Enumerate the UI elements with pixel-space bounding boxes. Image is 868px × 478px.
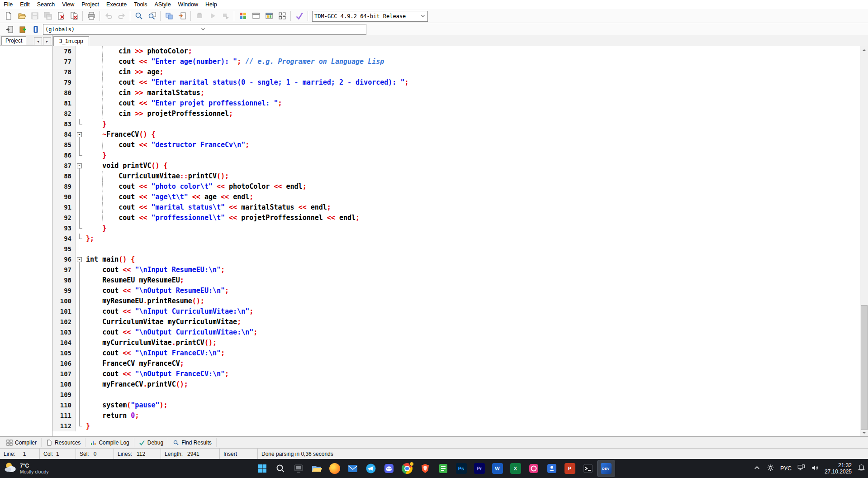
word-icon[interactable]: W bbox=[489, 460, 507, 477]
scroll-left-icon[interactable]: ◂ bbox=[34, 37, 42, 45]
new-file-button[interactable] bbox=[2, 10, 15, 22]
code-line[interactable]: 101 cout << "\nInput CurriculumVitae:\n"… bbox=[52, 306, 868, 317]
globals-select[interactable]: (globals) bbox=[43, 24, 208, 35]
fold-marker[interactable] bbox=[76, 254, 83, 265]
chrome-icon[interactable] bbox=[398, 460, 416, 477]
telegram-icon[interactable] bbox=[362, 460, 380, 477]
rebuild-button[interactable] bbox=[219, 10, 232, 22]
notes-icon[interactable] bbox=[434, 460, 452, 477]
syntax-check-button[interactable] bbox=[293, 10, 306, 22]
report-tab-compile-log[interactable]: Compile Log bbox=[85, 438, 134, 447]
close-all-button[interactable] bbox=[67, 10, 81, 22]
menu-item-window[interactable]: Window bbox=[175, 0, 202, 9]
swap-header-button[interactable] bbox=[162, 10, 175, 22]
members-select[interactable] bbox=[206, 24, 366, 35]
report-tab-resources[interactable]: Resources bbox=[42, 438, 85, 447]
menu-item-search[interactable]: Search bbox=[33, 0, 59, 9]
code-line[interactable]: 88 CurriculumVitae::printCV(); bbox=[52, 171, 868, 182]
report-tab-compiler[interactable]: Compiler bbox=[2, 438, 42, 447]
scroll-right-icon[interactable]: ▸ bbox=[43, 37, 51, 45]
code-line[interactable]: 98 ResumeEU myResumeEU; bbox=[52, 275, 868, 286]
undo-button[interactable] bbox=[102, 10, 115, 22]
project-window-button[interactable] bbox=[249, 10, 262, 22]
code-line[interactable]: 100 myResumeEU.printResume(); bbox=[52, 296, 868, 306]
code-line[interactable]: 78 cin >> age; bbox=[52, 67, 868, 77]
code-line[interactable]: 109 bbox=[52, 390, 868, 400]
report-tab-debug[interactable]: Debug bbox=[134, 438, 168, 447]
menu-item-view[interactable]: View bbox=[58, 0, 78, 9]
code-line[interactable]: 107 cout << "\nOutput FranceCV:\n"; bbox=[52, 369, 868, 379]
menu-item-tools[interactable]: Tools bbox=[130, 0, 151, 9]
brightness-icon[interactable] bbox=[767, 464, 774, 473]
code-line[interactable]: 81 cout << "Enter projet proffessionnel:… bbox=[52, 98, 868, 109]
code-line[interactable]: 89 cout << "photo color\t" << photoColor… bbox=[52, 182, 868, 192]
code-line[interactable]: 79 cout << "Enter marital status(0 - sng… bbox=[52, 77, 868, 88]
search-icon[interactable] bbox=[271, 460, 289, 477]
teams-icon[interactable] bbox=[543, 460, 561, 477]
code-line[interactable]: 85 cout << "destructor FranceCv\n"; bbox=[52, 140, 868, 150]
code-line[interactable]: 84 ~FranceCV() { bbox=[52, 129, 868, 140]
premiere-icon[interactable]: Pr bbox=[470, 460, 489, 477]
code-line[interactable]: 91 cout << "marital status\t" << marital… bbox=[52, 202, 868, 213]
weather-widget[interactable]: 7°C Mostly cloudy bbox=[4, 461, 49, 476]
code-line[interactable]: 103 cout << "\nOutput CurriculumVitae:\n… bbox=[52, 327, 868, 338]
code-line[interactable]: 87 void printVC() { bbox=[52, 161, 868, 171]
scrollbar-thumb[interactable] bbox=[861, 305, 868, 430]
code-line[interactable]: 102 CurriculumVitae myCurriculumVitae; bbox=[52, 317, 868, 327]
new-project-button[interactable] bbox=[236, 10, 249, 22]
brave-icon[interactable] bbox=[416, 460, 434, 477]
code-line[interactable]: 104 myCurriculumVitae.printCV(); bbox=[52, 338, 868, 348]
menu-item-file[interactable]: File bbox=[0, 0, 16, 9]
editor-scrollbar[interactable] bbox=[860, 46, 868, 437]
compiler-select[interactable]: TDM-GCC 4.9.2 64-bit Release bbox=[312, 11, 428, 22]
code-line[interactable]: 83 } bbox=[52, 119, 868, 129]
fold-marker[interactable] bbox=[76, 129, 83, 140]
code-line[interactable]: 94}; bbox=[52, 234, 868, 244]
redo-button[interactable] bbox=[115, 10, 128, 22]
class-browser-button[interactable] bbox=[29, 23, 42, 36]
code-line[interactable]: 106 FranceCV myFranceCV; bbox=[52, 358, 868, 369]
tab-file-3_1m-cpp[interactable]: 3_1m.cpp bbox=[53, 36, 89, 47]
code-editor[interactable]: 76 cin >> photoColor;77 cout << "Enter a… bbox=[52, 46, 868, 437]
code-line[interactable]: 97 cout << "\nInput ResumeEU:\n"; bbox=[52, 265, 868, 275]
code-line[interactable]: 80 cin >> maritalStatus; bbox=[52, 88, 868, 98]
code-line[interactable]: 105 cout << "\nInput FranceCV:\n"; bbox=[52, 348, 868, 358]
code-line[interactable]: 108 myFranceCV.printVC(); bbox=[52, 379, 868, 390]
code-line[interactable]: 99 cout << "\nOutput ResumeEU:\n"; bbox=[52, 286, 868, 296]
open-file-button[interactable] bbox=[15, 10, 28, 22]
excel-icon[interactable]: X bbox=[507, 460, 525, 477]
code-line[interactable]: 77 cout << "Enter age(number): "; // e.g… bbox=[52, 57, 868, 67]
menu-item-help[interactable]: Help bbox=[202, 0, 221, 9]
discord-icon[interactable] bbox=[380, 460, 398, 477]
project-options-button[interactable] bbox=[262, 10, 275, 22]
code-line[interactable]: 90 cout << "age\t\t" << age << endl; bbox=[52, 192, 868, 202]
find-button[interactable] bbox=[132, 10, 145, 22]
tray-chevron-up-icon[interactable] bbox=[753, 464, 761, 473]
find-in-files-button[interactable] bbox=[145, 10, 158, 22]
goto-line-button[interactable] bbox=[175, 10, 189, 22]
clock[interactable]: 21:32 27.10.2025 bbox=[825, 462, 852, 475]
photoshop-icon[interactable]: Ps bbox=[452, 460, 470, 477]
file-explorer-icon[interactable] bbox=[308, 460, 326, 477]
compile-button[interactable] bbox=[193, 10, 206, 22]
powerpoint-icon[interactable]: P bbox=[561, 460, 579, 477]
code-line[interactable]: 82 cin >> projetProffessionnel; bbox=[52, 109, 868, 119]
photos-icon[interactable] bbox=[525, 460, 543, 477]
scrollbar-down-icon[interactable] bbox=[860, 429, 868, 437]
code-line[interactable]: 76 cin >> photoColor; bbox=[52, 46, 868, 57]
jump-back-button[interactable] bbox=[3, 23, 16, 36]
code-line[interactable]: 86 } bbox=[52, 150, 868, 161]
code-line[interactable]: 93 } bbox=[52, 223, 868, 234]
code-line[interactable]: 110 system("pause"); bbox=[52, 400, 868, 411]
task-view-icon[interactable] bbox=[289, 460, 308, 477]
add-watch-button[interactable] bbox=[16, 23, 29, 36]
save-button[interactable] bbox=[28, 10, 41, 22]
start-icon[interactable] bbox=[253, 460, 271, 477]
code-line[interactable]: 95 bbox=[52, 244, 868, 254]
menu-item-execute[interactable]: Execute bbox=[103, 0, 130, 9]
scrollbar-up-icon[interactable] bbox=[860, 46, 868, 54]
fold-marker[interactable] bbox=[76, 161, 83, 171]
report-tab-find-results[interactable]: Find Results bbox=[168, 438, 217, 447]
devcpp-icon[interactable]: DEV bbox=[597, 460, 615, 477]
tab-project[interactable]: Project bbox=[1, 36, 26, 45]
